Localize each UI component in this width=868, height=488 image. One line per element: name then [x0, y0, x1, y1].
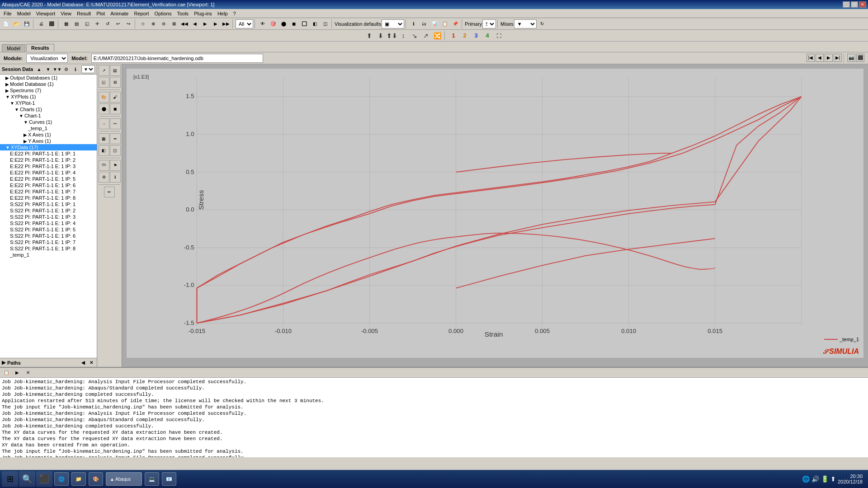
num4-btn[interactable]: 4: [482, 31, 492, 41]
vt-grid[interactable]: ⊞: [110, 77, 121, 88]
tree-ss22-3[interactable]: S:S22 PI: PART-1-1 E: 1 IP: 3: [0, 214, 97, 220]
select3-btn[interactable]: ◱: [82, 19, 92, 29]
menu-options[interactable]: Options: [152, 10, 175, 17]
tree-ee22-3[interactable]: E:E22 PI: PART-1-1 E: 1 IP: 3: [0, 163, 97, 169]
vis7-btn[interactable]: ◫: [320, 19, 330, 29]
tree-ss22-1[interactable]: S:S22 PI: PART-1-1 E: 1 IP: 1: [0, 201, 97, 207]
num2-btn[interactable]: 2: [460, 31, 470, 41]
redo-btn[interactable]: ↪: [123, 19, 133, 29]
frame-combo[interactable]: ▣: [382, 19, 404, 28]
prev-btn[interactable]: ◀◀: [179, 19, 189, 29]
zoom1-btn[interactable]: ⊕: [148, 19, 158, 29]
tree-curves[interactable]: ▼ Curves (1): [0, 119, 97, 125]
tree-spectrums[interactable]: ▶ Spectrums (7): [0, 87, 97, 94]
tree-ee22-8[interactable]: E:E22 PI: PART-1-1 E: 1 IP: 8: [0, 195, 97, 201]
menu-plot[interactable]: Plot: [94, 10, 108, 17]
chart-expand-btn[interactable]: ⬛: [856, 54, 864, 62]
last-btn[interactable]: ▶▶: [221, 19, 231, 29]
window-controls[interactable]: _ □ ✕: [843, 1, 866, 8]
tree-xyplot1[interactable]: ▼ XYPlot-1: [0, 100, 97, 106]
refresh-btn[interactable]: ↻: [537, 19, 547, 29]
tree-ee22-5[interactable]: E:E22 PI: PART-1-1 E: 1 IP: 5: [0, 176, 97, 182]
nav6-btn[interactable]: ↗: [421, 31, 431, 41]
undo-btn[interactable]: ↩: [113, 19, 123, 29]
taskbar-explorer[interactable]: 📁: [71, 472, 86, 486]
tree-ss22-7[interactable]: S:S22 PI: PART-1-1 E: 1 IP: 7: [0, 239, 97, 245]
vt-node[interactable]: ⬤: [99, 103, 109, 114]
maximize-button[interactable]: □: [851, 1, 858, 8]
chart-next-btn[interactable]: ▶: [825, 54, 833, 62]
print-btn[interactable]: 🖨: [36, 19, 46, 29]
vt-select1[interactable]: ↗: [99, 65, 109, 76]
paths-next-btn[interactable]: ✕: [88, 359, 95, 366]
menu-view[interactable]: View: [58, 10, 74, 17]
session-settings-btn[interactable]: ⚙: [62, 65, 71, 73]
nav7-btn[interactable]: 🔀: [432, 31, 442, 41]
mises-combo[interactable]: ▼: [514, 19, 537, 28]
paths-prev-btn[interactable]: ◀: [80, 359, 87, 366]
nav2-btn[interactable]: ⬇: [376, 31, 386, 41]
paths-collapse-btn[interactable]: ▶: [2, 360, 5, 366]
pan-btn[interactable]: ⊹: [138, 19, 148, 29]
open-btn[interactable]: 📂: [11, 19, 21, 29]
start-button[interactable]: ⊞: [2, 471, 18, 487]
tree-chart1[interactable]: ▼ Chart-1: [0, 113, 97, 119]
nav3-btn[interactable]: ⬆⬇: [387, 31, 397, 41]
vt-curve[interactable]: 〜: [110, 118, 121, 129]
selection-combo[interactable]: All: [236, 19, 253, 28]
fit-btn[interactable]: ⊠: [169, 19, 179, 29]
play-btn[interactable]: ▶: [200, 19, 210, 29]
session-up-btn[interactable]: ▲: [35, 65, 43, 73]
taskbar-vscode[interactable]: 💻: [145, 472, 159, 486]
num3-btn[interactable]: 3: [471, 31, 481, 41]
vis1-btn[interactable]: 👁: [258, 19, 268, 29]
tree-ee22-1[interactable]: E:E22 PI: PART-1-1 E: 1 IP: 1: [0, 150, 97, 157]
chart-first-btn[interactable]: |◀: [807, 54, 815, 62]
vt-mesh2[interactable]: ▪▪: [110, 133, 121, 144]
new-btn[interactable]: 📄: [1, 19, 11, 29]
vt-settings[interactable]: ⚙: [99, 172, 109, 183]
log-content[interactable]: Job Job-kinematic_hardening: Analysis In…: [0, 378, 868, 457]
save-btn[interactable]: 💾: [22, 19, 32, 29]
vt-element[interactable]: ◼: [110, 103, 121, 114]
vis4-btn[interactable]: ◼: [289, 19, 299, 29]
tree-ss22-2[interactable]: S:S22 PI: PART-1-1 E: 1 IP: 2: [0, 207, 97, 214]
log-close-btn[interactable]: ✕: [24, 369, 33, 377]
sys-volume-icon[interactable]: 🔊: [811, 475, 819, 483]
rotate-btn[interactable]: ↺: [103, 19, 113, 29]
menu-animate[interactable]: Animate: [108, 10, 131, 17]
select2-btn[interactable]: ▤: [71, 19, 81, 29]
db3-btn[interactable]: 📋: [440, 19, 450, 29]
taskbar-chrome[interactable]: 🎨: [89, 472, 103, 486]
chart-screenshot-btn[interactable]: 📷: [847, 54, 855, 62]
nav4-btn[interactable]: ↕: [398, 31, 408, 41]
session-down-btn[interactable]: ▼: [44, 65, 52, 73]
search-button[interactable]: 🔍: [19, 471, 35, 487]
sys-update-icon[interactable]: ⬆: [830, 475, 836, 483]
move-btn[interactable]: ✛: [92, 19, 102, 29]
vis6-btn[interactable]: ◧: [310, 19, 320, 29]
tree-temp1[interactable]: _temp_1: [0, 125, 97, 131]
session-combo[interactable]: ▼: [81, 65, 95, 73]
tree-yaxes[interactable]: ▶ Y Axes (1): [0, 138, 97, 144]
task-view-button[interactable]: ⬛: [36, 471, 52, 487]
tree-ss22-5[interactable]: S:S22 PI: PART-1-1 E: 1 IP: 5: [0, 226, 97, 233]
vis3-btn[interactable]: ⬤: [278, 19, 288, 29]
tree-ss22-6[interactable]: S:S22 PI: PART-1-1 E: 1 IP: 6: [0, 233, 97, 239]
tree-model-db[interactable]: ▶ Model Database (1): [0, 81, 97, 87]
vt-path[interactable]: ✏: [104, 187, 115, 197]
menu-question[interactable]: ?: [231, 10, 239, 17]
menu-report[interactable]: Report: [131, 10, 151, 17]
vt-info[interactable]: ℹ: [110, 172, 121, 183]
nav5-btn[interactable]: ↘: [410, 31, 420, 41]
vt-mesh4[interactable]: ◫: [110, 145, 121, 156]
tree-area[interactable]: ▶ Output Databases (1) ▶ Model Database …: [0, 75, 97, 358]
menu-help[interactable]: Help: [215, 10, 231, 17]
menu-model[interactable]: Model: [14, 10, 33, 17]
sys-battery-icon[interactable]: 🔋: [821, 475, 829, 483]
tree-ss22-4[interactable]: S:S22 PI: PART-1-1 E: 1 IP: 4: [0, 220, 97, 226]
tree-ee22-2[interactable]: E:E22 PI: PART-1-1 E: 1 IP: 2: [0, 157, 97, 163]
vt-flag2[interactable]: ⚑: [110, 160, 121, 171]
tree-temp1-xy[interactable]: _temp_1: [0, 252, 97, 258]
nav1-btn[interactable]: ⬆: [364, 31, 374, 41]
